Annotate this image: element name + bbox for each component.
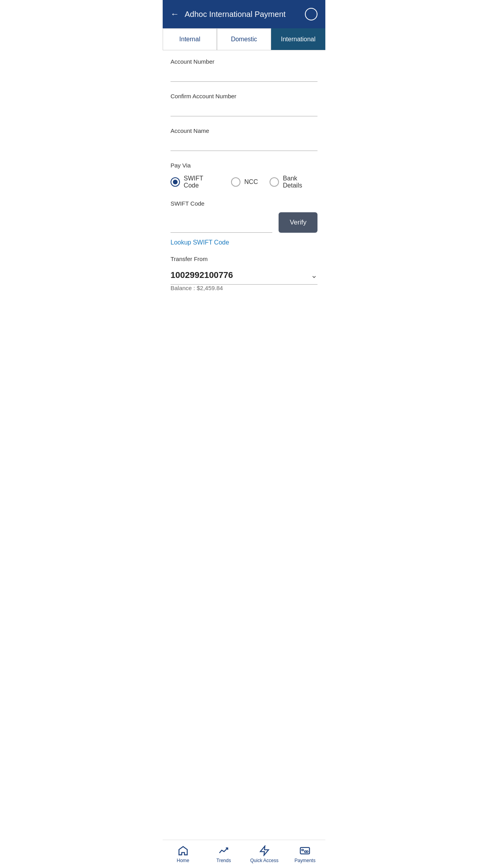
balance-text: Balance : $2,459.84 (171, 285, 223, 291)
form-content: Account Number Confirm Account Number Ac… (163, 50, 325, 331)
swift-input-row: Verify (171, 212, 317, 233)
lookup-swift-link[interactable]: Lookup SWIFT Code (171, 239, 317, 246)
page-title: Adhoc International Payment (185, 10, 286, 19)
transfer-from-section: Transfer From 1002992100776 ⌄ Balance : … (171, 256, 317, 292)
tab-domestic[interactable]: Domestic (217, 28, 271, 50)
radio-bank[interactable]: Bank Details (270, 175, 317, 189)
radio-bank-label: Bank Details (283, 175, 317, 189)
account-name-label: Account Name (171, 127, 317, 134)
pay-via-label: Pay Via (171, 162, 317, 169)
chevron-down-icon: ⌄ (311, 270, 317, 280)
swift-code-input[interactable] (171, 219, 272, 233)
tab-international[interactable]: International (271, 28, 325, 50)
radio-swift-label: SWIFT Code (184, 175, 219, 189)
header: ← Adhoc International Payment (163, 0, 325, 28)
pay-via-section: Pay Via SWIFT Code NCC Bank Details (171, 162, 317, 189)
radio-swift-circle[interactable] (171, 177, 180, 187)
confirm-account-number-group: Confirm Account Number (171, 93, 317, 116)
pay-via-radio-group: SWIFT Code NCC Bank Details (171, 175, 317, 189)
account-number-group: Account Number (171, 58, 317, 82)
confirm-account-number-input[interactable] (171, 103, 317, 116)
transfer-from-dropdown[interactable]: 1002992100776 ⌄ (171, 266, 317, 285)
tab-internal[interactable]: Internal (163, 28, 217, 50)
tabs-container: Internal Domestic International (163, 28, 325, 50)
radio-ncc-label: NCC (244, 178, 258, 186)
confirm-account-number-label: Confirm Account Number (171, 93, 317, 99)
account-number-input[interactable] (171, 68, 317, 82)
radio-ncc-circle[interactable] (231, 177, 240, 187)
swift-code-section: SWIFT Code Verify Lookup SWIFT Code (171, 200, 317, 246)
transfer-account-number: 1002992100776 (171, 270, 233, 280)
account-name-group: Account Name (171, 127, 317, 151)
power-button[interactable] (305, 8, 317, 20)
verify-button[interactable]: Verify (279, 212, 317, 233)
transfer-from-label: Transfer From (171, 256, 317, 262)
account-number-label: Account Number (171, 58, 317, 65)
radio-bank-circle[interactable] (270, 177, 279, 187)
header-left: ← Adhoc International Payment (171, 9, 286, 19)
swift-code-label: SWIFT Code (171, 200, 317, 207)
account-name-input[interactable] (171, 137, 317, 151)
radio-swift[interactable]: SWIFT Code (171, 175, 219, 189)
back-button[interactable]: ← (171, 9, 179, 19)
radio-ncc[interactable]: NCC (231, 177, 258, 187)
